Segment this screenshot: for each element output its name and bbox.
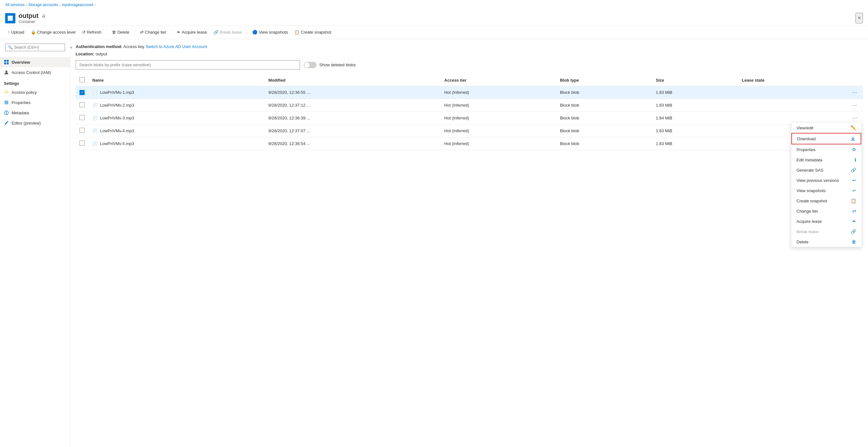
row-size: 1.83 MiB (652, 125, 738, 137)
toolbar-sep3 (172, 29, 172, 36)
more-actions-button[interactable]: ⋯ (850, 114, 859, 122)
file-icon: 📄 (92, 141, 97, 146)
row-checkbox-cell (75, 112, 89, 125)
info-icon (4, 110, 9, 115)
row-checkbox[interactable] (80, 115, 85, 120)
tier-icon: ⇄ (140, 30, 144, 35)
title-group: output 🖨 Container (19, 12, 856, 24)
context-menu-item-properties[interactable]: Properties⚙ (792, 144, 861, 154)
change-tier-button[interactable]: ⇄ Change tier (137, 28, 169, 36)
context-menu-item-delete[interactable]: Delete🗑 (792, 237, 861, 247)
auth-label: Authentication method: (75, 44, 122, 49)
container-icon (5, 13, 16, 23)
more-actions-button[interactable]: ⋯ (850, 89, 859, 96)
close-button[interactable]: × (856, 13, 863, 23)
break-icon: 🔗 (214, 30, 219, 35)
table-row: 📄 LowPriVMs-3.mp3 9/28/2020, 12:36:39 ..… (75, 112, 863, 125)
context-menu-item-download[interactable]: Download (792, 133, 861, 144)
create-snapshot-icon: 📋 (294, 30, 299, 35)
info-icon: ℹ (855, 157, 856, 162)
page-subtitle: Container (19, 20, 856, 24)
col-blob-type: Blob type (556, 75, 652, 86)
context-menu-item-edit-metadata[interactable]: Edit metadataℹ (792, 154, 861, 165)
grid-icon (4, 60, 9, 65)
link-icon: 🔗 (851, 168, 856, 173)
person-icon (4, 70, 9, 75)
sidebar-item-iam[interactable]: Access Control (IAM) (0, 67, 70, 77)
row-size: 1.83 MiB (652, 86, 738, 99)
select-all-checkbox[interactable] (80, 77, 85, 82)
table-row: ✓ 📄 LowPriVMs-1.mp3 9/28/2020, 12:36:55 … (75, 86, 863, 99)
breadcrumb-account[interactable]: mystorageaccount (62, 3, 93, 7)
sidebar-item-label: Access Control (IAM) (11, 70, 51, 75)
refresh-button[interactable]: ↺ Refresh (80, 28, 104, 36)
svg-rect-4 (4, 63, 6, 64)
svg-point-6 (5, 70, 7, 72)
more-actions-button[interactable]: ⋯ (850, 102, 859, 109)
row-more-actions: ⋯ (846, 86, 863, 99)
sidebar-item-properties[interactable]: Properties (0, 97, 70, 108)
breadcrumb-all-services[interactable]: All services (5, 3, 25, 7)
sidebar-item-metadata[interactable]: Metadata (0, 108, 70, 118)
sidebar-item-access-policy[interactable]: Access policy (0, 87, 70, 97)
show-deleted-toggle[interactable] (304, 62, 317, 68)
change-access-level-button[interactable]: 🔒 Change access level (28, 28, 78, 36)
sidebar-item-editor[interactable]: Editor (preview) (0, 118, 70, 128)
delete-button[interactable]: 🗑 Delete (109, 28, 132, 36)
row-size: 1.83 MiB (652, 137, 738, 150)
row-modified: 9/28/2020, 12:36:39 ... (265, 112, 440, 125)
tag-disabled-icon: 🔗 (851, 229, 856, 234)
view-snapshots-button[interactable]: 🔵 View snapshots (250, 28, 290, 36)
row-lease-state (738, 86, 846, 99)
file-icon: 📄 (92, 128, 97, 133)
context-menu-item-view-snapshots[interactable]: View snapshots↩ (792, 185, 861, 196)
svg-rect-11 (4, 102, 8, 103)
refresh-icon: ↺ (82, 30, 86, 35)
show-deleted-label: Show deleted blobs (319, 63, 355, 67)
auth-value: Access key (123, 44, 145, 49)
row-name: 📄 LowPriVMs-1.mp3 (89, 86, 265, 99)
row-blob-type: Block blob (556, 125, 652, 137)
svg-rect-5 (7, 63, 9, 64)
search-input[interactable] (14, 45, 62, 49)
acquire-lease-button[interactable]: ✒ Acquire lease (174, 28, 210, 36)
sidebar-item-label: Access policy (11, 90, 37, 95)
show-deleted-toggle-group: Show deleted blobs (304, 62, 355, 68)
row-checkbox[interactable]: ✓ (80, 90, 85, 95)
location-info: Location: output (75, 51, 863, 56)
row-blob-type: Block blob (556, 137, 652, 150)
context-menu-item-acquire-lease[interactable]: Acquire lease✒ (792, 216, 861, 227)
break-lease-button[interactable]: 🔗 Break lease (211, 28, 245, 36)
print-icon[interactable]: 🖨 (42, 13, 46, 18)
row-access-tier: Hot (Inferred) (440, 125, 556, 137)
context-menu-item-generate-sas[interactable]: Generate SAS🔗 (792, 165, 861, 175)
row-checkbox[interactable] (80, 128, 85, 133)
table-body: ✓ 📄 LowPriVMs-1.mp3 9/28/2020, 12:36:55 … (75, 86, 863, 150)
create-snapshot-button[interactable]: 📋 Create snapshot (292, 28, 334, 36)
row-size: 1.84 MiB (652, 112, 738, 125)
blob-table: Name Modified Access tier Blob type Size… (75, 75, 863, 150)
location-label: Location: (75, 51, 95, 56)
context-menu-item-view-previous[interactable]: View previous versions↩ (792, 175, 861, 185)
page-header: output 🖨 Container × (0, 10, 868, 26)
context-menu-item-create-snapshot[interactable]: Create snapshot📋 (792, 196, 861, 206)
breadcrumb-storage-accounts[interactable]: Storage accounts (28, 3, 58, 7)
col-actions (846, 75, 863, 86)
sidebar-item-label: Editor (preview) (11, 121, 41, 126)
row-checkbox[interactable] (80, 141, 85, 146)
context-menu-item-view-edit[interactable]: View/edit✏️ (792, 123, 861, 133)
sidebar-item-label: Properties (11, 100, 30, 105)
context-menu-item-change-tier[interactable]: Change tier⇄ (792, 206, 861, 216)
svg-rect-14 (6, 112, 7, 114)
sidebar-nav: Overview Access Control (IAM) Settings (0, 57, 70, 128)
lock-icon: 🔒 (31, 30, 36, 35)
svg-rect-3 (7, 60, 9, 62)
auth-switch-link[interactable]: Switch to Azure AD User Account (146, 44, 207, 49)
key-icon (4, 90, 9, 95)
blob-search-input[interactable] (75, 60, 300, 69)
sidebar-item-overview[interactable]: Overview (0, 57, 70, 67)
refresh-icon: ⇄ (852, 208, 856, 214)
breadcrumb-sep3: › (95, 3, 95, 7)
upload-button[interactable]: ↑ Upload (5, 28, 27, 36)
row-checkbox[interactable] (80, 102, 85, 107)
